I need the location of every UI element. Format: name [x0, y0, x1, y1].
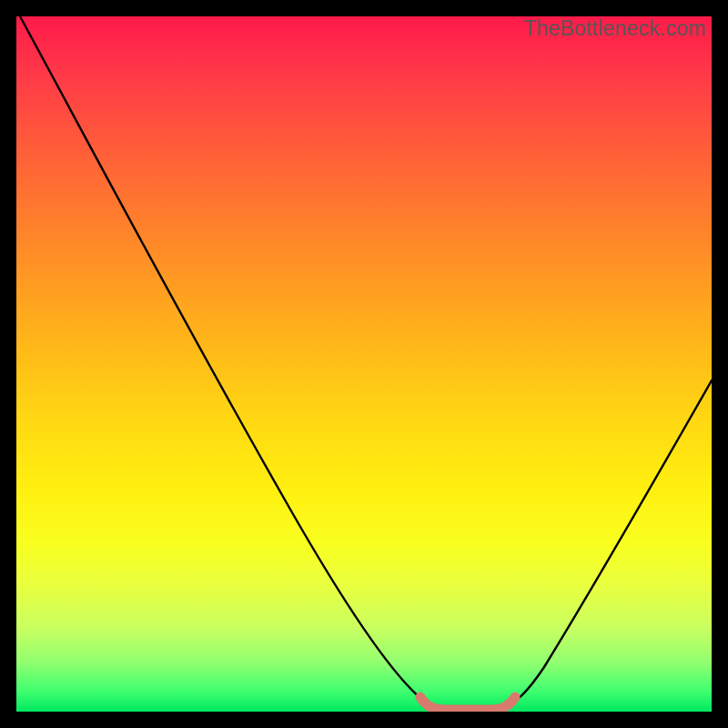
- curve-svg: [16, 16, 712, 712]
- valley-marker: [420, 697, 515, 710]
- watermark-text: TheBottleneck.com: [524, 16, 706, 41]
- bottleneck-curve: [20, 16, 712, 709]
- chart-frame: TheBottleneck.com: [0, 0, 728, 728]
- plot-area: TheBottleneck.com: [16, 16, 712, 712]
